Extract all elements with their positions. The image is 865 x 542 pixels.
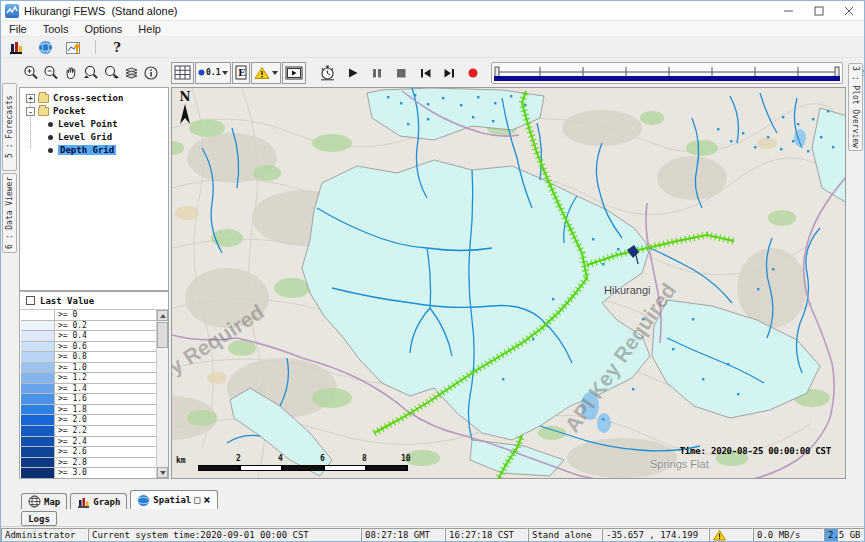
menu-tools[interactable]: Tools [35,23,77,35]
step-back-button[interactable] [415,62,435,84]
title-bar: Hikurangi FEWS (Stand alone) [1,1,864,21]
legend-row[interactable]: >= 0.8 [21,352,156,363]
legend-row[interactable]: >= 1.4 [21,384,156,395]
help-button[interactable]: ? [107,36,127,58]
scroll-up-button[interactable] [157,310,168,321]
set-time-stopwatch-icon[interactable] [317,62,337,84]
status-local-time: 16:27:18 CST [445,528,528,542]
menu-file[interactable]: File [1,23,35,35]
display-tabs: Map Graph Spatial □ × [21,489,218,509]
timeline-slider[interactable] [491,62,843,84]
decimal-precision-dropdown[interactable]: 0.1 [195,62,231,84]
legend-row[interactable]: >= 2.0 [21,415,156,426]
timeseries-panel-button[interactable]: E [232,62,250,84]
legend-header: Last Value [20,292,168,310]
status-user: Administrator [1,528,88,542]
tree-item-level-point[interactable]: Level Point [20,118,118,130]
color-swatch [21,437,55,447]
grid-display-button[interactable] [171,62,194,84]
legend-row[interactable]: >= 2.8 [21,458,156,469]
color-swatch [21,447,55,457]
status-gmt-time: 08:27:18 GMT [361,528,445,542]
animation-button[interactable] [282,62,306,84]
database-archive-icon[interactable] [6,36,26,58]
graph-bars-icon [77,496,90,508]
tree-item-level-grid[interactable]: Level Grid [20,131,112,143]
decimal-precision-value: 0.1 [206,68,220,77]
zoom-out-icon[interactable] [41,62,61,84]
stop-button[interactable] [391,62,411,84]
maximize-button[interactable] [804,1,834,20]
collapse-icon[interactable]: - [26,107,35,116]
tab-close-icon[interactable]: × [203,495,210,505]
legend-row[interactable]: >= 0.6 [21,342,156,353]
layers-icon[interactable] [121,62,141,84]
legend-row[interactable]: >= 1.8 [21,405,156,416]
color-swatch [21,310,55,320]
sidebar-tab-data-viewer[interactable]: 6 : Data Viewer [2,173,17,253]
tree-item-depth-grid[interactable]: Depth Grid [20,144,116,156]
pause-button[interactable] [367,62,387,84]
pan-hand-icon[interactable] [61,62,81,84]
tab-map[interactable]: Map [21,493,67,509]
sidebar-tab-plot-overview[interactable]: 3 : Plot Overview [848,63,863,151]
color-swatch [21,363,55,373]
legend-row[interactable]: >= 3.0 [21,468,156,478]
warnings-dropdown-button[interactable] [251,62,281,84]
toolbar-separator [95,40,96,54]
step-forward-button[interactable] [439,62,459,84]
tab-spatial[interactable]: Spatial □ × [130,490,217,509]
legend-row[interactable]: >= 0 [21,310,156,321]
legend-row[interactable]: >= 1.2 [21,373,156,384]
last-value-checkbox[interactable] [26,296,35,305]
map-globe-icon [28,495,41,508]
zoom-next-icon[interactable] [101,62,121,84]
zoom-previous-icon[interactable] [81,62,101,84]
tree-item-cross-section[interactable]: + Cross-section [20,92,123,104]
color-swatch [21,394,55,404]
legend-row[interactable]: >= 0.2 [21,321,156,332]
timeseries-chart-icon[interactable] [64,36,84,58]
legend-row[interactable]: >= 1.6 [21,394,156,405]
status-warning-cell[interactable] [709,528,753,542]
minimize-button[interactable] [774,1,804,20]
spatial-globe-icon [137,494,150,507]
layers-tree-panel: + Cross-section - Pocket Level Point Lev… [19,87,169,291]
scrollbar-thumb[interactable] [157,322,168,348]
menu-bar: File Tools Options Help [1,21,864,37]
legend-row[interactable]: >= 2.4 [21,437,156,448]
expand-icon[interactable]: + [26,94,35,103]
info-icon[interactable] [141,62,161,84]
logs-button[interactable]: Logs [21,511,57,526]
chevron-down-icon [222,71,228,75]
record-button[interactable] [463,62,483,84]
menu-help[interactable]: Help [130,23,169,35]
legend-row[interactable]: >= 0.4 [21,331,156,342]
status-throughput: 0.0 MB/s [753,528,824,542]
sidebar-tab-forecasts[interactable]: 5 : Forecasts [2,83,17,171]
map-viewport[interactable]: N API Key Required API Key Required Hiku… [171,87,846,479]
panel-letter: E [238,67,246,78]
tree-item-pocket[interactable]: - Pocket [20,105,86,117]
legend-row[interactable]: >= 2.2 [21,426,156,437]
color-swatch [21,384,55,394]
status-memory: 2.5 GB [824,528,865,542]
spatial-display-globe-icon[interactable] [35,36,55,58]
legend-row[interactable]: >= 2.6 [21,447,156,458]
map-toolbar: 0.1 E [1,57,864,87]
legend-list: >= 0 >= 0.2 >= 0.4 >= 0.6 >= 0.8 >= 1.0 … [21,310,156,478]
close-button[interactable] [834,1,864,20]
window-title: Hikurangi FEWS (Stand alone) [24,5,177,17]
bullet-icon [48,135,53,140]
play-button[interactable] [343,62,363,84]
tab-graph[interactable]: Graph [70,493,127,509]
legend-row[interactable]: >= 1.0 [21,363,156,374]
bullet-icon [48,148,53,153]
folder-icon [38,94,49,103]
menu-options[interactable]: Options [76,23,130,35]
scroll-down-button[interactable] [157,467,168,478]
zoom-in-icon[interactable] [21,62,41,84]
tab-maximize-icon[interactable]: □ [194,495,200,505]
legend-scrollbar[interactable] [156,310,168,478]
main-toolbar: ? [1,37,864,57]
